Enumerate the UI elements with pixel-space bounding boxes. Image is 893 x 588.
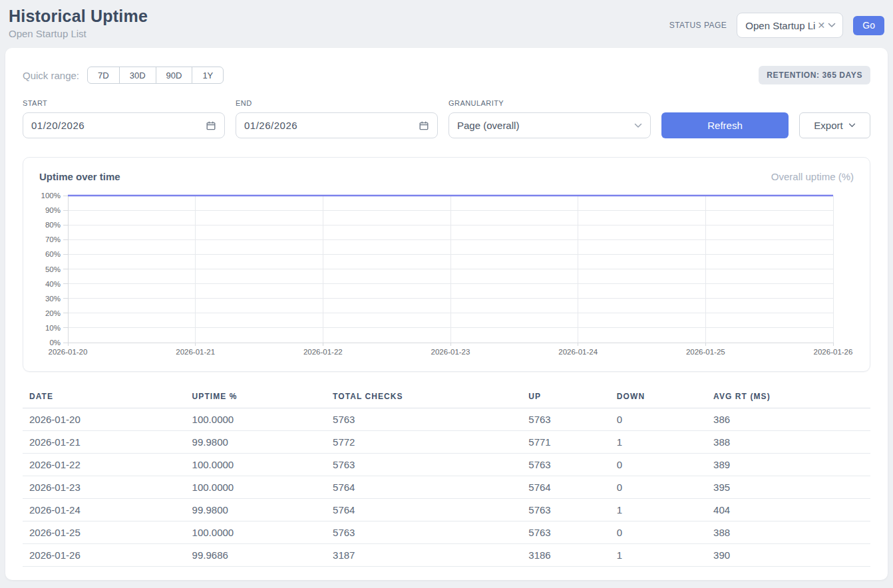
y-axis-tick-label: 90% bbox=[45, 206, 61, 214]
table-cell: 99.9800 bbox=[186, 431, 326, 454]
x-axis-tick-label: 2026-01-21 bbox=[176, 348, 215, 356]
table-header: DATEUPTIME %TOTAL CHECKSUPDOWNAVG RT (MS… bbox=[23, 388, 870, 408]
table-cell: 5763 bbox=[522, 408, 610, 431]
table-cell: 2026-01-21 bbox=[23, 431, 186, 454]
granularity-select[interactable]: Page (overall) bbox=[448, 112, 651, 138]
table-cell: 1 bbox=[610, 544, 707, 567]
table-cell: 0 bbox=[610, 476, 707, 499]
table-column-header: UPTIME % bbox=[186, 388, 326, 408]
go-button[interactable]: Go bbox=[853, 16, 884, 35]
topbar: Historical Uptime Open Startup List STAT… bbox=[5, 0, 888, 48]
table-cell: 390 bbox=[707, 544, 870, 567]
table-column-header: TOTAL CHECKS bbox=[326, 388, 522, 408]
topbar-right: STATUS PAGE Open Startup List ✕ Go bbox=[669, 13, 884, 38]
table-row: 2026-01-2699.9686318731861390 bbox=[23, 544, 870, 567]
table-cell: 5763 bbox=[522, 454, 610, 476]
y-axis-tick-label: 60% bbox=[45, 250, 61, 258]
table-cell: 395 bbox=[707, 476, 870, 499]
table-body: 2026-01-20100.00005763576303862026-01-21… bbox=[23, 408, 870, 567]
table-cell: 5763 bbox=[326, 454, 522, 476]
uptime-table: DATEUPTIME %TOTAL CHECKSUPDOWNAVG RT (MS… bbox=[23, 388, 870, 567]
table-cell: 5763 bbox=[326, 521, 522, 544]
quick-range-label: Quick range: bbox=[23, 70, 79, 81]
table-cell: 2026-01-25 bbox=[23, 521, 186, 544]
end-date-input[interactable]: 01/26/2026 bbox=[236, 112, 438, 138]
status-page-selected-value: Open Startup List bbox=[745, 20, 814, 31]
page-title: Historical Uptime bbox=[9, 7, 148, 26]
table-row: 2026-01-20100.0000576357630386 bbox=[23, 408, 870, 431]
filters-row: START 01/20/2026 END 01/26/2026 GRANULAR… bbox=[23, 99, 870, 138]
table-cell: 100.0000 bbox=[186, 476, 326, 499]
x-axis-tick-label: 2026-01-20 bbox=[49, 348, 88, 356]
y-axis-tick-label: 30% bbox=[45, 295, 61, 303]
table-cell: 2026-01-23 bbox=[23, 476, 186, 499]
table-cell: 0 bbox=[610, 408, 707, 431]
table-cell: 0 bbox=[610, 521, 707, 544]
export-button[interactable]: Export bbox=[799, 112, 870, 138]
table-cell: 5763 bbox=[522, 521, 610, 544]
quick-range-30d-button[interactable]: 30D bbox=[119, 67, 156, 84]
table-cell: 5764 bbox=[326, 476, 522, 499]
granularity-selected-value: Page (overall) bbox=[457, 120, 519, 131]
table-row: 2026-01-22100.0000576357630389 bbox=[23, 454, 870, 476]
table-row: 2026-01-23100.0000576457640395 bbox=[23, 476, 870, 499]
quick-range-90d-button[interactable]: 90D bbox=[156, 67, 193, 84]
table-cell: 2026-01-22 bbox=[23, 454, 186, 476]
table-cell: 5764 bbox=[326, 499, 522, 521]
chart-header: Uptime over time Overall uptime (%) bbox=[39, 171, 854, 182]
start-date-input[interactable]: 01/20/2026 bbox=[23, 112, 225, 138]
end-date-value: 01/26/2026 bbox=[244, 120, 297, 131]
x-axis-tick-label: 2026-01-25 bbox=[686, 348, 725, 356]
table-cell: 100.0000 bbox=[186, 454, 326, 476]
start-date-field-group: START 01/20/2026 bbox=[23, 99, 225, 138]
status-page-label: STATUS PAGE bbox=[669, 21, 727, 30]
uptime-chart-card: Uptime over time Overall uptime (%) 100%… bbox=[23, 157, 870, 372]
table-cell: 2026-01-26 bbox=[23, 544, 186, 567]
chevron-down-icon bbox=[828, 23, 836, 28]
end-date-field-group: END 01/26/2026 bbox=[236, 99, 438, 138]
quick-range-1y-button[interactable]: 1Y bbox=[192, 67, 224, 84]
status-page-select[interactable]: Open Startup List ✕ bbox=[737, 13, 843, 38]
table-cell: 2026-01-20 bbox=[23, 408, 186, 431]
quick-range-row: Quick range: 7D 30D 90D 1Y RETENTION: 36… bbox=[23, 66, 870, 84]
table-cell: 5772 bbox=[326, 431, 522, 454]
chart-legend: Overall uptime (%) bbox=[771, 171, 854, 182]
chevron-down-icon bbox=[634, 123, 642, 128]
table-cell: 99.9686 bbox=[186, 544, 326, 567]
y-axis-tick-label: 0% bbox=[49, 339, 61, 347]
table-cell: 388 bbox=[707, 521, 870, 544]
table-cell: 1 bbox=[610, 499, 707, 521]
table-cell: 3186 bbox=[522, 544, 610, 567]
calendar-icon[interactable] bbox=[206, 120, 216, 131]
y-axis-tick-label: 20% bbox=[45, 309, 61, 317]
table-cell: 5763 bbox=[326, 408, 522, 431]
calendar-icon[interactable] bbox=[419, 120, 429, 131]
export-button-label: Export bbox=[814, 120, 842, 131]
table-header-row: DATEUPTIME %TOTAL CHECKSUPDOWNAVG RT (MS… bbox=[23, 388, 870, 408]
table-column-header: UP bbox=[522, 388, 610, 408]
y-axis-tick-label: 50% bbox=[45, 265, 61, 273]
table-row: 2026-01-25100.0000576357630388 bbox=[23, 521, 870, 544]
table-cell: 1 bbox=[610, 431, 707, 454]
clear-icon[interactable]: ✕ bbox=[818, 21, 826, 30]
table-cell: 5771 bbox=[522, 431, 610, 454]
table-row: 2026-01-2199.9800577257711388 bbox=[23, 431, 870, 454]
granularity-label: GRANULARITY bbox=[448, 99, 651, 107]
table-cell: 100.0000 bbox=[186, 521, 326, 544]
granularity-field-group: GRANULARITY Page (overall) bbox=[448, 99, 651, 138]
chart-title: Uptime over time bbox=[39, 171, 120, 182]
table-cell: 99.9800 bbox=[186, 499, 326, 521]
start-date-label: START bbox=[23, 99, 225, 107]
main-card: Quick range: 7D 30D 90D 1Y RETENTION: 36… bbox=[5, 48, 888, 580]
start-date-value: 01/20/2026 bbox=[31, 120, 85, 131]
y-axis-tick-label: 80% bbox=[45, 221, 61, 229]
table-cell: 389 bbox=[707, 454, 870, 476]
quick-range-7d-button[interactable]: 7D bbox=[87, 67, 120, 84]
y-axis-tick-label: 70% bbox=[45, 235, 61, 243]
refresh-button[interactable]: Refresh bbox=[661, 112, 789, 138]
table-cell: 404 bbox=[707, 499, 870, 521]
page: Historical Uptime Open Startup List STAT… bbox=[0, 0, 893, 580]
table-column-header: DATE bbox=[23, 388, 186, 408]
retention-badge: RETENTION: 365 DAYS bbox=[759, 66, 870, 84]
chevron-down-icon bbox=[848, 123, 856, 128]
